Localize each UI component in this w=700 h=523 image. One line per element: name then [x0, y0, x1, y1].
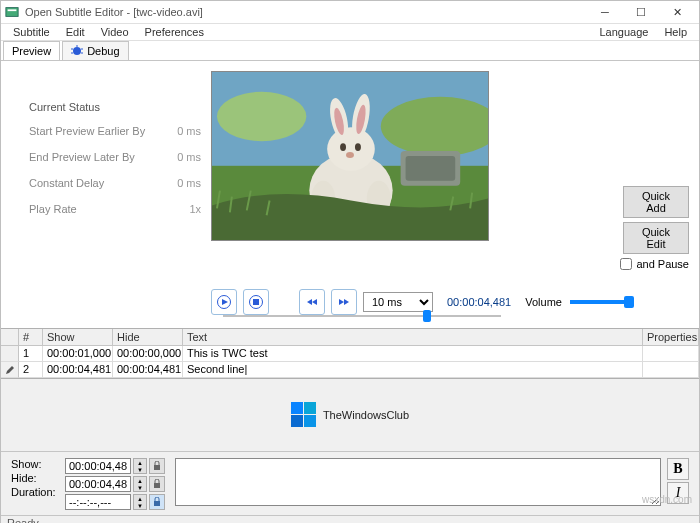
windows-icon — [291, 402, 317, 428]
video-preview[interactable] — [211, 71, 489, 241]
svg-marker-27 — [344, 299, 349, 305]
svg-rect-23 — [253, 299, 259, 305]
col-text[interactable]: Text — [183, 329, 643, 346]
col-num[interactable]: # — [19, 329, 43, 346]
svg-rect-30 — [291, 415, 303, 427]
volume-slider[interactable] — [570, 300, 630, 304]
status-end-val: 0 ms — [177, 151, 201, 163]
seek-slider[interactable] — [223, 309, 501, 323]
menu-bar: Subtitle Edit Video Preferences Language… — [1, 24, 699, 41]
footer-panel: Show: Hide: Duration: ▲▼ ▲▼ ▲▼ — [1, 451, 699, 515]
status-block: Current Status Start Preview Earlier By0… — [1, 61, 211, 276]
col-props[interactable]: Properties — [643, 329, 699, 346]
svg-marker-26 — [339, 299, 344, 305]
show-lock-button[interactable] — [149, 458, 165, 474]
table-row[interactable]: 2 00:00:04,481 00:00:04,481 Second line| — [1, 362, 699, 378]
status-const-val: 0 ms — [177, 177, 201, 189]
tab-debug[interactable]: Debug — [62, 41, 128, 60]
grid-row-header — [1, 329, 19, 346]
duration-input[interactable] — [65, 494, 131, 510]
timecode: 00:00:04,481 — [447, 296, 511, 308]
pencil-icon — [5, 365, 14, 375]
brand-logo: TheWindowsClub — [291, 402, 409, 428]
svg-point-2 — [73, 47, 81, 55]
main-area: Current Status Start Preview Earlier By0… — [1, 61, 699, 523]
svg-rect-33 — [154, 483, 160, 488]
label-show: Show: — [11, 458, 59, 470]
menu-preferences[interactable]: Preferences — [137, 24, 212, 40]
row-selector-edit[interactable] — [1, 362, 19, 378]
menu-language[interactable]: Language — [591, 24, 656, 40]
svg-point-17 — [346, 152, 354, 158]
app-window: Open Subtitle Editor - [twc-video.avi] ─… — [0, 0, 700, 523]
close-button[interactable]: ✕ — [659, 1, 695, 23]
show-spinner[interactable]: ▲▼ — [133, 458, 147, 474]
status-start-val: 0 ms — [177, 125, 201, 137]
svg-marker-25 — [312, 299, 317, 305]
lock-icon — [153, 461, 161, 471]
svg-point-10 — [327, 127, 375, 170]
svg-point-5 — [217, 92, 306, 141]
svg-rect-1 — [8, 9, 17, 11]
status-rate-label: Play Rate — [29, 203, 77, 215]
hide-lock-button[interactable] — [149, 476, 165, 492]
status-bar: Ready — [1, 515, 699, 523]
show-input[interactable] — [65, 458, 131, 474]
menu-video[interactable]: Video — [93, 24, 137, 40]
menu-subtitle[interactable]: Subtitle — [5, 24, 58, 40]
volume-label: Volume — [525, 296, 562, 308]
svg-rect-0 — [6, 8, 18, 17]
duration-spinner[interactable]: ▲▼ — [133, 494, 147, 510]
svg-point-15 — [340, 143, 346, 151]
bug-icon — [71, 45, 83, 57]
quick-add-button[interactable]: Quick Add — [623, 186, 689, 218]
menu-edit[interactable]: Edit — [58, 24, 93, 40]
status-start-label: Start Preview Earlier By — [29, 125, 145, 137]
grid-gap: TheWindowsClub — [1, 379, 699, 451]
quick-edit-button[interactable]: Quick Edit — [623, 222, 689, 254]
lock-icon — [153, 479, 161, 489]
duration-lock-button[interactable] — [149, 494, 165, 510]
status-rate-val: 1x — [189, 203, 201, 215]
maximize-button[interactable]: ☐ — [623, 1, 659, 23]
status-end-label: End Preview Later By — [29, 151, 135, 163]
subtitle-text-input[interactable] — [175, 458, 661, 506]
subtitle-grid: # Show Hide Text Properties 1 00:00:01,0… — [1, 328, 699, 379]
svg-point-16 — [355, 143, 361, 151]
and-pause-checkbox[interactable]: and Pause — [620, 258, 689, 270]
svg-rect-34 — [154, 501, 160, 506]
title-bar: Open Subtitle Editor - [twc-video.avi] ─… — [1, 1, 699, 24]
watermark: wsxdn.com — [642, 494, 692, 505]
svg-rect-32 — [154, 465, 160, 470]
hide-input[interactable] — [65, 476, 131, 492]
window-title: Open Subtitle Editor - [twc-video.avi] — [25, 6, 587, 18]
svg-rect-31 — [304, 415, 316, 427]
app-icon — [5, 5, 19, 19]
menu-help[interactable]: Help — [656, 24, 695, 40]
status-head: Current Status — [29, 101, 201, 113]
svg-rect-8 — [406, 156, 456, 181]
col-hide[interactable]: Hide — [113, 329, 183, 346]
minimize-button[interactable]: ─ — [587, 1, 623, 23]
label-duration: Duration: — [11, 486, 59, 498]
tab-strip: Preview Debug — [1, 41, 699, 61]
row-selector[interactable] — [1, 346, 19, 362]
lock-icon — [153, 497, 161, 507]
svg-marker-21 — [222, 299, 228, 305]
tab-preview[interactable]: Preview — [3, 41, 60, 60]
bold-button[interactable]: B — [667, 458, 689, 480]
col-show[interactable]: Show — [43, 329, 113, 346]
status-const-label: Constant Delay — [29, 177, 104, 189]
svg-marker-24 — [307, 299, 312, 305]
hide-spinner[interactable]: ▲▼ — [133, 476, 147, 492]
table-row[interactable]: 1 00:00:01,000 00:00:00,000 This is TWC … — [1, 346, 699, 362]
svg-rect-29 — [304, 402, 316, 414]
label-hide: Hide: — [11, 472, 59, 484]
svg-rect-28 — [291, 402, 303, 414]
